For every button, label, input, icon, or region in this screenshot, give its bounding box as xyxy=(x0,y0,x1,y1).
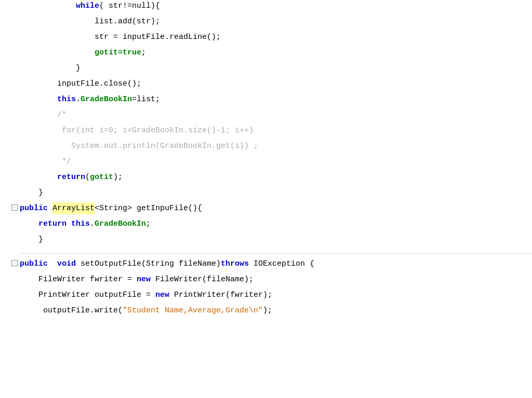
indent xyxy=(20,93,57,105)
line-line-public-setoutputfile: -public void setOutputFile(String fileNa… xyxy=(10,258,532,273)
plain-token: ( xyxy=(85,171,90,183)
indent xyxy=(20,62,76,74)
section-divider xyxy=(20,253,532,254)
plain-token: list.add(str); xyxy=(95,16,160,28)
string-token: "Student Name,Average,Grade\n" xyxy=(123,305,263,317)
plain-token: setOutputFile(String fileName) xyxy=(81,258,221,270)
plain-token: <String> getInpuFile(){ xyxy=(95,202,202,214)
indent xyxy=(20,140,71,152)
line-line-comment-for: for(int i=0; i<GradeBookIn.size()-1; i++… xyxy=(10,125,532,140)
keyword-token: return xyxy=(38,218,71,230)
line-line-close-method: } xyxy=(10,187,532,202)
code-line: while( str!=null){ xyxy=(20,0,532,16)
keyword-token: public xyxy=(20,202,52,214)
highlighted-token: ArrayList xyxy=(52,202,95,214)
comment-token: /* xyxy=(57,109,66,121)
plain-token: =list; xyxy=(132,93,160,105)
code-line: this.GradeBookIn=list; xyxy=(20,93,532,109)
line-line-printwriter: PrintWriter outputFile = new PrintWriter… xyxy=(10,289,532,305)
plain-token: ; xyxy=(146,218,151,230)
plain-token: ( str!=null){ xyxy=(99,0,160,12)
indent xyxy=(20,305,43,317)
plain-token: IOException { xyxy=(254,258,314,270)
indent xyxy=(20,218,38,230)
indent xyxy=(20,0,76,12)
indent xyxy=(20,109,57,121)
plain-token: outputFile.write( xyxy=(43,305,123,317)
code-line: System.out.println(GradeBookIn.get(i)) ; xyxy=(20,140,532,156)
keyword-token: this xyxy=(71,218,90,230)
indent xyxy=(20,187,38,199)
code-line: public ArrayList<String> getInpuFile(){ xyxy=(20,202,532,218)
line-line-comment-start: /* xyxy=(10,109,532,125)
code-line: list.add(str); xyxy=(20,16,532,31)
comment-token: System.out.println(GradeBookIn.get(i)) ; xyxy=(71,140,258,152)
keyword-token: new xyxy=(155,289,174,301)
plain-token: } xyxy=(38,234,43,245)
line-line-list-add: list.add(str); xyxy=(10,16,532,31)
code-line: FileWriter fwriter = new FileWriter(file… xyxy=(20,273,532,289)
comment-token: for(int i=0; i<GradeBookIn.size()-1; i++… xyxy=(62,125,254,136)
code-line: return(gotit); xyxy=(20,171,532,187)
line-line-gotit: gotit=true; xyxy=(10,47,532,62)
plain-token: inputFile.close(); xyxy=(57,78,141,90)
code-line: public void setOutputFile(String fileNam… xyxy=(20,258,532,273)
code-line: } xyxy=(20,187,532,202)
plain-token: . xyxy=(76,93,81,105)
fold-indicator[interactable]: - xyxy=(11,204,18,211)
indent xyxy=(20,16,95,28)
code-line: inputFile.close(); xyxy=(20,78,532,93)
line-line-comment-end: */ xyxy=(10,156,532,171)
line-line-outputfile-write: outputFile.write("Student Name,Average,G… xyxy=(10,305,532,320)
type-token: GradeBookIn xyxy=(95,218,146,230)
line-line-close-brace-inner: } xyxy=(10,62,532,78)
type-token: gotit=true xyxy=(95,47,141,59)
code-line: return this.GradeBookIn; xyxy=(20,218,532,234)
indent xyxy=(20,156,62,168)
type-token: GradeBookIn xyxy=(81,93,132,105)
keyword-token: new xyxy=(137,273,155,285)
code-line: gotit=true; xyxy=(20,47,532,62)
line-line-str-readline: str = inputFile.readLine(); xyxy=(10,31,532,47)
code-line: } xyxy=(20,234,532,249)
line-line-while: while( str!=null){ xyxy=(10,0,532,16)
indent xyxy=(20,78,57,90)
plain-token: PrintWriter(fwriter); xyxy=(174,289,272,301)
plain-token: PrintWriter outputFile = xyxy=(38,289,155,301)
keyword-token: this xyxy=(57,93,76,105)
line-line-return-this: return this.GradeBookIn; xyxy=(10,218,532,234)
plain-token: FileWriter fwriter = xyxy=(38,273,137,285)
code-lines: while( str!=null){ list.add(str); str = … xyxy=(0,0,532,320)
keyword-token: throws xyxy=(221,258,254,270)
keyword-token: while xyxy=(76,0,99,12)
line-line-close-getinpu: } xyxy=(10,234,532,249)
plain-token: ); xyxy=(263,305,272,317)
plain-token: FileWriter(fileName); xyxy=(155,273,254,285)
plain-token: } xyxy=(38,187,43,199)
line-line-inputfile-close: inputFile.close(); xyxy=(10,78,532,93)
code-line: */ xyxy=(20,156,532,171)
code-line: for(int i=0; i<GradeBookIn.size()-1; i++… xyxy=(20,125,532,140)
code-line: PrintWriter outputFile = new PrintWriter… xyxy=(20,289,532,305)
line-line-comment-system: System.out.println(GradeBookIn.get(i)) ; xyxy=(10,140,532,156)
indent xyxy=(20,47,95,59)
indent xyxy=(20,125,62,136)
line-line-return-gotit: return(gotit); xyxy=(10,171,532,187)
code-line: str = inputFile.readLine(); xyxy=(20,31,532,47)
line-line-filewriter: FileWriter fwriter = new FileWriter(file… xyxy=(10,273,532,289)
indent xyxy=(20,31,95,43)
indent xyxy=(20,273,38,285)
comment-token: */ xyxy=(62,156,71,168)
indent xyxy=(20,234,38,245)
plain-token: } xyxy=(76,62,81,74)
indent xyxy=(20,289,38,301)
plain-token: . xyxy=(90,218,95,230)
plain-token: str = inputFile.readLine(); xyxy=(95,31,221,43)
plain-token: ; xyxy=(141,47,146,59)
code-line: outputFile.write("Student Name,Average,G… xyxy=(20,305,532,320)
keyword-token: return xyxy=(57,171,85,183)
fold-indicator[interactable]: - xyxy=(11,260,18,266)
line-line-public-getinpufile: -public ArrayList<String> getInpuFile(){ xyxy=(10,202,532,218)
type-token: gotit xyxy=(90,171,113,183)
code-editor: while( str!=null){ list.add(str); str = … xyxy=(0,0,532,398)
